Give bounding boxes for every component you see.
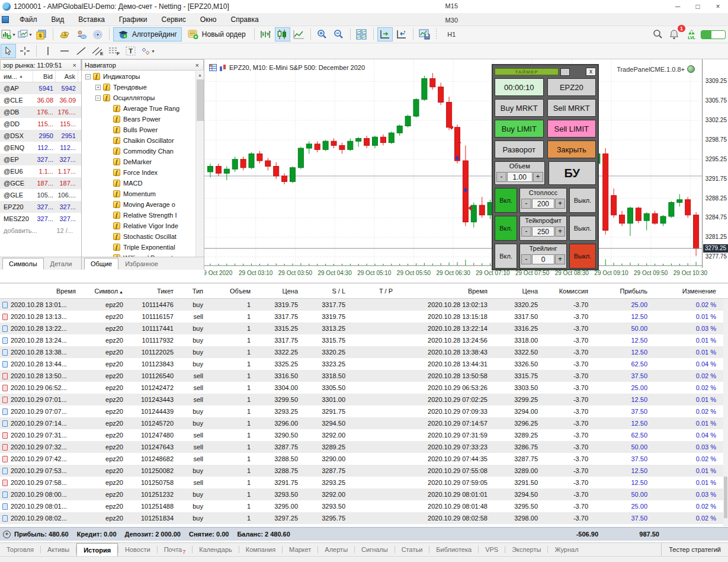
price-axis[interactable]: 3309.253305.753302.253298.753295.253291.… — [702, 59, 728, 268]
bottom-tab-Маркет[interactable]: Маркет — [283, 543, 318, 556]
strategy-tester-button[interactable]: Тестер стратегий — [661, 543, 728, 556]
market-watch-row[interactable]: @GLE105...106.... — [0, 189, 81, 201]
maximize-button[interactable]: □ — [688, 0, 708, 13]
new-chart-button[interactable]: ▾ — [1, 27, 16, 41]
menu-item-Справка[interactable]: Справка — [224, 14, 266, 25]
navigator-tab-Избранное[interactable]: Избранное — [118, 258, 165, 270]
bottom-tab-Торговля[interactable]: Торговля — [0, 543, 40, 556]
history-row[interactable]: 2020.10.29 07:58...epz20101250758sell132… — [0, 477, 728, 488]
takeprofit-plus-button[interactable]: + — [555, 226, 565, 237]
reverse-button[interactable]: Разворот — [495, 140, 544, 158]
navigator-item[interactable]: fTriple Exponential — [82, 242, 195, 253]
navigator-item[interactable]: fMACD — [82, 178, 195, 189]
navigator-item[interactable]: −fИндикаторы — [82, 71, 195, 82]
line-chart-mode-button[interactable] — [291, 27, 307, 41]
takeprofit-minus-button[interactable]: - — [521, 226, 531, 237]
navigator-item[interactable]: fChaikin Oscillator — [82, 135, 195, 146]
chart-template-button[interactable] — [417, 27, 432, 41]
horizontal-line-tool-button[interactable] — [57, 44, 72, 58]
history-row[interactable]: 2020.10.28 13:24...epz20101117932buy1331… — [0, 334, 728, 346]
expert-advisor-icon[interactable] — [687, 65, 695, 73]
trailing-plus-button[interactable]: + — [555, 254, 565, 264]
menu-item-Вставка[interactable]: Вставка — [71, 14, 112, 25]
profiles-button[interactable]: ▾ — [17, 27, 33, 41]
history-column-4[interactable]: Объем — [210, 288, 258, 295]
market-watch-column-header[interactable]: им... ▲ Bid Ask — [0, 71, 81, 82]
scroll-up-icon[interactable]: ▲ — [196, 71, 204, 79]
history-row[interactable]: 2020.10.29 07:14...epz20101245720buy1329… — [0, 417, 728, 429]
history-column-0[interactable]: Время — [0, 288, 83, 295]
history-row[interactable]: 2020.10.29 07:31...epz20101247480sell132… — [0, 429, 728, 441]
breakeven-button[interactable]: БУ — [549, 161, 596, 185]
cloud-account-button[interactable] — [73, 27, 89, 41]
zoom-out-button[interactable] — [331, 27, 347, 41]
market-watch-row[interactable]: @DB176...176.... — [0, 106, 81, 118]
close-icon[interactable]: × — [194, 62, 201, 69]
scrollbar-thumb[interactable] — [724, 477, 727, 518]
takeprofit-value[interactable]: 250 — [532, 226, 554, 237]
candlestick-mode-button[interactable] — [275, 27, 290, 41]
market-watch-row[interactable]: @CLE36.0836.09 — [0, 94, 81, 106]
trailing-minus-button[interactable]: - — [521, 254, 531, 264]
timeframe-button-M30[interactable]: M30 — [440, 13, 463, 27]
takeprofit-on-button[interactable]: Вкл. — [495, 216, 517, 241]
bottom-tab-Почта[interactable]: Почта7 — [158, 543, 193, 556]
history-column-1[interactable]: Символ ▲ — [83, 288, 130, 295]
market-watch-footer[interactable]: добавить... 12 /... — [0, 225, 81, 237]
chart-shift-button[interactable] — [394, 27, 409, 41]
auto-scroll-button[interactable] — [377, 27, 393, 41]
history-row[interactable]: 2020.10.29 07:42...epz20101248682sell132… — [0, 453, 728, 465]
history-column-6[interactable]: S / L — [305, 288, 352, 295]
trailing-on-button[interactable]: Вкл. — [495, 244, 517, 269]
volume-plus-button[interactable]: + — [533, 172, 543, 182]
menu-item-Окно[interactable]: Окно — [193, 14, 224, 25]
history-row[interactable]: 2020.10.29 07:01...epz20101243443sell132… — [0, 394, 728, 405]
shapes-tool-button[interactable]: ▾ — [140, 44, 155, 58]
navigator-item[interactable]: fRelative Strength I — [82, 210, 195, 221]
bottom-tab-Активы[interactable]: Активы — [41, 543, 76, 556]
market-watch-row[interactable]: MESZ20327...327... — [0, 213, 81, 225]
trendline-tool-button[interactable] — [73, 44, 89, 58]
history-row[interactable]: 2020.10.29 07:07...epz20101244439buy1329… — [0, 405, 728, 417]
equidistant-channel-tool-button[interactable]: E — [90, 44, 105, 58]
add-symbol-link[interactable]: добавить... — [0, 227, 37, 234]
bottom-tab-Компания[interactable]: Компания — [239, 543, 282, 556]
bottom-tab-Журнал[interactable]: Журнал — [548, 543, 585, 556]
search-icon[interactable] — [650, 27, 665, 41]
candlestick-plot[interactable] — [204, 59, 702, 268]
market-watch-tab-Символы[interactable]: Символы — [2, 258, 44, 270]
time-axis[interactable]: 29 Oct 202029 Oct 03:1029 Oct 03:5029 Oc… — [204, 270, 702, 280]
history-column-11[interactable]: Прибыль — [595, 288, 655, 295]
history-row[interactable]: 2020.10.29 07:32...epz20101247643sell132… — [0, 441, 728, 453]
algo-trading-button[interactable]: Алготрейдинг — [113, 27, 182, 41]
navigator-item[interactable]: fBulls Power — [82, 124, 195, 135]
market-watch-row[interactable]: @DSX29502951 — [0, 130, 81, 142]
menu-item-Файл[interactable]: Файл — [12, 14, 44, 25]
menu-item-Сервис[interactable]: Сервис — [155, 14, 193, 25]
history-row[interactable]: 2020.10.28 13:50...epz20101126540sell133… — [0, 370, 728, 382]
fibonacci-tool-button[interactable]: F — [107, 44, 122, 58]
navigator-item[interactable]: fStochastic Oscillat — [82, 231, 195, 242]
history-row[interactable]: 2020.10.28 13:13...epz20101116157sell133… — [0, 311, 728, 322]
history-row[interactable]: 2020.10.29 07:53...epz20101250082buy1328… — [0, 465, 728, 477]
history-column-7[interactable]: T / P — [352, 288, 400, 295]
history-row[interactable]: 2020.10.29 08:00...epz20101251232buy1329… — [0, 488, 728, 500]
history-row[interactable]: 2020.10.28 13:44...epz20101123843buy1332… — [0, 358, 728, 370]
market-watch-row[interactable]: @ENQ112...112... — [0, 142, 81, 154]
menu-item-Графики[interactable]: Графики — [112, 14, 155, 25]
history-row[interactable]: 2020.10.28 13:22...epz20101117441buy1331… — [0, 322, 728, 334]
bottom-tab-VPS[interactable]: VPS — [479, 543, 505, 556]
navigator-item[interactable]: fRelative Vigor Inde — [82, 221, 195, 231]
close-button[interactable]: × — [708, 0, 728, 13]
tile-windows-button[interactable] — [354, 27, 370, 41]
navigator-item[interactable]: fMoving Average o — [82, 199, 195, 210]
bottom-tab-История[interactable]: История — [76, 543, 118, 556]
vertical-line-tool-button[interactable] — [40, 44, 56, 58]
history-column-3[interactable]: Тип — [181, 288, 210, 295]
stoploss-off-button[interactable]: Выкл. — [569, 188, 596, 213]
bottom-tab-Алерты[interactable]: Алерты — [318, 543, 354, 556]
bottom-tab-Библиотека[interactable]: Библиотека — [429, 543, 478, 556]
crosshair-tool-button[interactable] — [17, 44, 33, 58]
market-watch-row[interactable]: @GCE187...187... — [0, 177, 81, 189]
trailing-off-button[interactable]: Выкл. — [569, 244, 596, 269]
